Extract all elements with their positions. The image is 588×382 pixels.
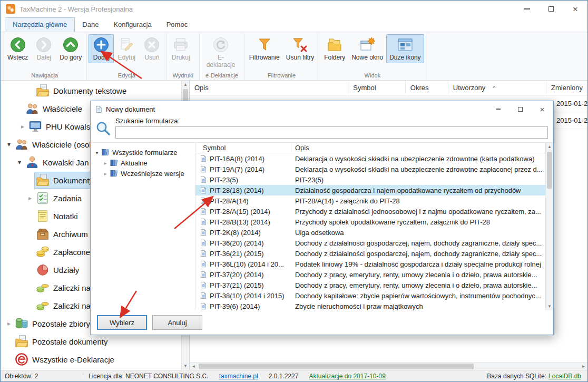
dialog-title: Nowy dokument [106, 105, 155, 113]
tab-konfiguracja[interactable]: Konfiguracja [106, 18, 159, 32]
new-window-icon [359, 36, 376, 53]
tasks-icon [36, 191, 50, 205]
close-button[interactable]: × [563, 1, 587, 17]
form-row-pit-28-a-15-2014[interactable]: PIT-28/A(15) (2014) Przychody z działaln… [195, 206, 545, 217]
ribbon-button-drukuj[interactable]: Drukuj [168, 34, 193, 63]
form-row-pit-23-5[interactable]: PIT-23(5) PIT-23(5) [195, 174, 545, 185]
form-row-pit-36l-10-2014-i-20[interactable]: PIT-36L(10) (2014 i 20... Podatek liniow… [195, 259, 545, 269]
chevron-icon [5, 320, 13, 327]
website-link[interactable]: taxmachine.pl [214, 373, 263, 380]
ribbon-button-usun[interactable]: Usuń [139, 34, 164, 63]
form-row-pit-36-21-2015[interactable]: PIT-36(21) (2015) Dochody z działalności… [195, 248, 545, 259]
up-icon [62, 36, 79, 53]
tree-item-pozostale-dokumenty[interactable]: Pozostałe dokumenty [1, 332, 181, 350]
horizontal-scrollbar[interactable]: ◄ ► [190, 362, 587, 370]
ribbon-button-duze-ikony[interactable]: Duże ikony [386, 34, 424, 63]
ribbon-group-e-deklaracje: E-deklaracje e-Deklaracje [200, 33, 244, 80]
form-row-pit-19a-7-2014[interactable]: PIT-19A(7) (2014) Deklaracja o wysokości… [195, 164, 545, 174]
magnifier-icon [95, 120, 111, 136]
dialog-body: Wszystkie formularze Aktualne Wcześniejs… [91, 142, 553, 310]
scroll-left-icon[interactable]: ◄ [190, 364, 198, 369]
scroll-down-icon[interactable]: ▼ [546, 302, 553, 310]
ribbon-button-do-gory[interactable]: Do góry [56, 34, 85, 63]
books-icon [110, 169, 118, 178]
chevron-icon [101, 171, 110, 177]
page-icon [200, 197, 207, 204]
anuluj-button[interactable]: Anuluj [152, 315, 202, 330]
page-icon [200, 239, 207, 247]
form-row-pit-16a-8-2014[interactable]: PIT-16A(8) (2014) Deklaracja o wysokości… [195, 153, 545, 164]
tree-item-dokumenty-tekstowe[interactable]: Dokumenty tekstowe [1, 82, 181, 100]
column-header-opis[interactable]: Opis [291, 144, 545, 152]
scroll-up-icon[interactable]: ▲ [546, 143, 553, 151]
form-row-pit-37-21-2015[interactable]: PIT-37(21) (2015) Dochody z pracy, emery… [195, 280, 545, 290]
ribbon-button-usun-filtry[interactable]: Usuń filtry [283, 34, 317, 63]
tree-item-wszystkie-e-deklaracje[interactable]: Wszystkie e-Deklaracje [1, 350, 181, 368]
database-link[interactable]: LocalDB.db [548, 373, 581, 380]
category-item-aktualne[interactable]: Aktualne [91, 158, 195, 168]
scroll-thumb[interactable] [547, 152, 552, 189]
chevron-icon [101, 160, 110, 166]
sort-asc-icon: ^ [493, 85, 495, 91]
scroll-up-icon[interactable]: ▲ [182, 81, 189, 89]
ribbon-button-dodaj[interactable]: Dodaj [89, 34, 114, 63]
tab-dane[interactable]: Dane [75, 18, 106, 32]
tab-pomoc[interactable]: Pomoc [159, 18, 195, 32]
form-row-pit-2k-8-2014[interactable]: PIT-2K(8) (2014) Ulga odsetkowa [195, 227, 545, 238]
maximize-button[interactable] [539, 1, 563, 17]
column-header-symbol[interactable]: Symbol [348, 81, 406, 95]
category-item-wszystkie-formularze[interactable]: Wszystkie formularze [91, 147, 195, 158]
back-icon [9, 36, 26, 53]
ribbon-button-dalej[interactable]: Dalej [31, 34, 56, 63]
form-search-input[interactable] [115, 126, 548, 139]
tab-narzedzia-glowne[interactable]: Narzędzia główne [5, 17, 75, 32]
column-header-okres[interactable]: Okres [406, 81, 448, 95]
column-header-utworzony[interactable]: Utworzony^ [448, 81, 546, 95]
ribbon-button-wstecz[interactable]: Wstecz [4, 34, 31, 63]
scroll-thumb[interactable] [199, 364, 474, 369]
ribbon-group-wydruki: Drukuj Wydruki [166, 33, 200, 80]
ribbon-button-nowe-okno[interactable]: Nowe okno [348, 34, 386, 63]
database-label: Baza danych SQLite: [487, 373, 546, 380]
page-icon [200, 176, 207, 183]
ribbon-button-filtrowanie[interactable]: Filtrowanie [246, 34, 283, 63]
column-header-opis[interactable]: Opis [190, 81, 348, 95]
chevron-icon [5, 141, 13, 148]
filter-icon [256, 36, 273, 53]
form-row-pit-37-20-2014[interactable]: PIT-37(20) (2014) Dochody z pracy, emery… [195, 269, 545, 280]
category-item-wczesniejsze-wersje[interactable]: Wcześniejsze wersje [91, 168, 195, 179]
company-icon [28, 120, 42, 133]
page-icon [200, 302, 207, 310]
books-icon [110, 159, 118, 167]
scroll-down-icon[interactable]: ▼ [182, 362, 189, 370]
dialog-maximize-button[interactable] [509, 101, 531, 117]
minimize-button[interactable] [515, 1, 539, 17]
ribbon-button-foldery[interactable]: Foldery [321, 34, 348, 63]
form-row-pit-28-18-2014[interactable]: PIT-28(18) (2014) Działalność gospodarcz… [195, 185, 545, 195]
dialog-close-button[interactable]: × [531, 101, 553, 117]
forms-list-scrollbar[interactable]: ▲ ▼ [545, 143, 553, 310]
new-document-dialog: Nowy dokument × Szukanie formularza: [90, 101, 554, 335]
edeclarations-red-icon [15, 352, 28, 366]
forms-list-header: Symbol Opis [195, 143, 545, 153]
form-row-pit-36-20-2014[interactable]: PIT-36(20) (2014) Dochody z działalności… [195, 238, 545, 248]
wybierz-button[interactable]: Wybierz [97, 315, 147, 330]
form-row-pit-28-a-14[interactable]: PIT-28/A(14) PIT-28/A(14) - załącznik do… [195, 195, 545, 206]
license-text: Licencja dla: NEONET CONSULTING S.C. [83, 373, 214, 380]
statusbar: Obiektów: 2 Licencja dla: NEONET CONSULT… [1, 370, 587, 381]
form-row-pit-39-6-2014[interactable]: PIT-39(6) (2014) Zbycie nieruchomości i … [195, 301, 545, 310]
page-icon [200, 260, 207, 268]
form-row-pit-28-b-13-2014[interactable]: PIT-28/B(13) (2014) Przychody spółek opo… [195, 217, 545, 227]
paid-icon [36, 245, 50, 259]
notes-icon [36, 209, 50, 223]
column-header-symbol[interactable]: Symbol [195, 144, 291, 152]
ribbon-button-edytuj[interactable]: Edytuj [114, 34, 139, 63]
column-header-zmieniony[interactable]: Zmieniony [546, 81, 587, 95]
archive-icon [36, 227, 50, 241]
ribbon-button-e-deklaracje[interactable]: E-deklaracje [201, 34, 240, 71]
updates-link[interactable]: Aktualizacje do 2017-10-09 [303, 373, 390, 380]
ribbon-tabbar: Narzędzia główne Dane Konfiguracja Pomoc [1, 17, 587, 32]
dialog-minimize-button[interactable] [487, 101, 509, 117]
form-row-pit-38-10-2014-i-2015[interactable]: PIT-38(10) (2014 i 2015) Dochody kapitał… [195, 290, 545, 301]
scroll-right-icon[interactable]: ► [580, 364, 587, 369]
